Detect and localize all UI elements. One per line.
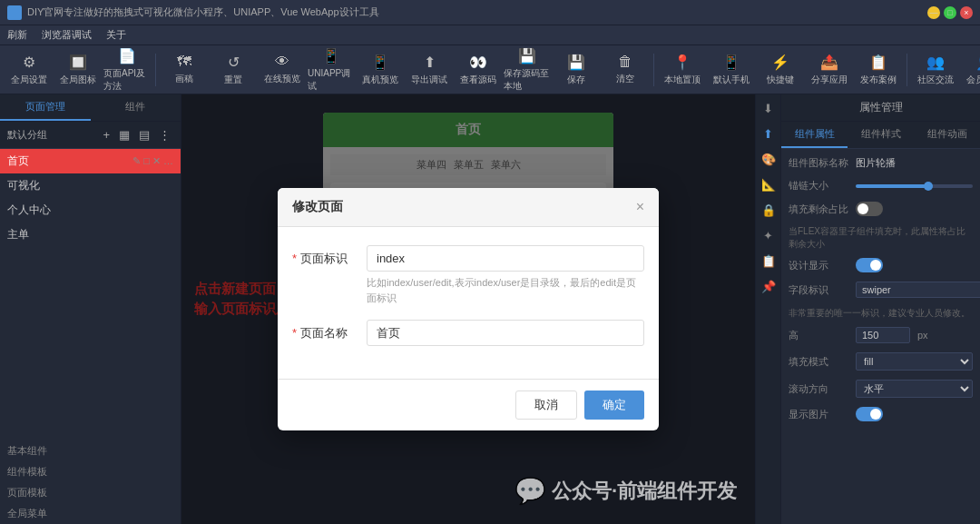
prop-design-display-label: 设计显示 (789, 259, 852, 272)
modal-content-name (367, 320, 644, 346)
page-item-bill[interactable]: 主单 ✎ □ ✕ … (0, 222, 181, 247)
toolbar-btn-export-debug[interactable]: ⬆ 导出调试 (406, 48, 453, 92)
right-icon-star[interactable]: ✦ (759, 225, 779, 245)
toolbar-btn-global-icons[interactable]: 🔲 全局图标 (54, 48, 102, 92)
toolbar-btn-clear[interactable]: 🗑 清空 (602, 48, 649, 92)
modal-hint-identifier: 比如index/user/edit,表示index/user是目录级，最后的ed… (367, 275, 644, 305)
tab-page-manage[interactable]: 页面管理 (0, 94, 91, 121)
eye-icon: 👁 (275, 54, 289, 70)
prop-scroll-dir: 滚动方向 水平 垂直 (789, 380, 973, 398)
prop-show-image-label: 显示图片 (789, 408, 852, 421)
modal-footer: 取消 确定 (278, 379, 659, 430)
subsection-basic[interactable]: 基本组件 (0, 440, 181, 461)
right-icon-pin[interactable]: 📌 (759, 276, 779, 296)
toolbar-btn-reset[interactable]: ↺ 重置 (210, 48, 257, 92)
toolbar-btn-uniapp-debug[interactable]: 📱 UNIAPP调试 (308, 48, 355, 92)
modify-page-modal: 修改页面 × 页面标识 比如index/user/edit,表示index/us… (278, 188, 659, 430)
modal-confirm-button[interactable]: 确定 (584, 391, 644, 420)
field-id-input[interactable] (856, 282, 980, 298)
page-item-personal[interactable]: 个人中心 ✎ □ ✕ … (0, 198, 181, 222)
toolbar-btn-real-preview[interactable]: 📱 真机预览 (357, 48, 404, 92)
height-input[interactable] (856, 327, 910, 343)
right-icon-ruler[interactable]: 📐 (759, 174, 779, 194)
right-icon-palette[interactable]: 🎨 (759, 149, 779, 169)
upload-icon: ⬆ (424, 54, 436, 71)
modal-input-identifier[interactable] (367, 245, 644, 272)
map-icon: 🗺 (177, 54, 191, 70)
prop-fill-mode-label: 填充模式 (789, 355, 852, 369)
subsection-page-template[interactable]: 页面模板 (0, 482, 181, 503)
toolbar-btn-community[interactable]: 👥 社区交流 (912, 48, 959, 92)
minimize-button[interactable]: — (927, 6, 940, 19)
subsection-global-menu-label: 全局菜单 (7, 507, 47, 520)
toolbar-sep-3 (906, 54, 907, 86)
right-icon-lock[interactable]: 🔒 (759, 200, 779, 220)
design-display-toggle[interactable] (856, 258, 883, 272)
expand-button[interactable]: ▤ (136, 127, 152, 143)
subsection-template-label: 组件模板 (7, 465, 47, 479)
page-item-visual[interactable]: 可视化 ✎ □ ✕ … (0, 173, 181, 198)
modal-close-button[interactable]: × (636, 199, 644, 215)
toolbar-btn-preview[interactable]: 👁 在线预览 (259, 48, 306, 92)
maximize-button[interactable]: □ (944, 6, 956, 19)
subsection-global-menu[interactable]: 全局菜单 (0, 503, 181, 524)
menu-browser-debug[interactable]: 浏览器调试 (42, 28, 92, 42)
right-panel: 属性管理 组件属性 组件样式 组件动画 组件图标名称 图片轮播 锚链大小 填充剩… (780, 94, 980, 524)
toolbar-btn-share[interactable]: 📤 分享应用 (806, 48, 853, 92)
show-image-toggle[interactable] (856, 407, 883, 421)
prop-height: 高 px (789, 327, 973, 343)
right-panel-content: 组件图标名称 图片轮播 锚链大小 填充剩余占比 当FLEX容器里子组件填充时，此… (781, 149, 980, 524)
more-button[interactable]: ⋮ (156, 127, 173, 143)
tab-component-props[interactable]: 组件属性 (781, 122, 848, 148)
add-group-button[interactable]: ▦ (116, 127, 132, 143)
modal-title: 修改页面 (292, 199, 343, 215)
subsection-template[interactable]: 组件模板 (0, 461, 181, 482)
tab-component-style[interactable]: 组件样式 (848, 122, 914, 148)
toolbar-btn-save[interactable]: 💾 保存 (553, 48, 600, 92)
right-icon-copy[interactable]: 📋 (759, 251, 779, 271)
save-icon: 💾 (567, 54, 585, 71)
toolbar-btn-shortcuts[interactable]: ⚡ 快捷键 (757, 48, 804, 92)
right-side-icons: ⬇ ⬆ 🎨 📐 🔒 ✦ 📋 📌 (755, 94, 780, 524)
tab-component-anim[interactable]: 组件动画 (914, 122, 980, 148)
anchor-size-slider[interactable] (856, 184, 973, 188)
right-icon-up[interactable]: ⬆ (759, 124, 779, 143)
prop-height-label: 高 (789, 329, 852, 342)
menu-refresh[interactable]: 刷新 (7, 28, 27, 42)
toolbar-btn-global-settings[interactable]: ⚙ 全局设置 (5, 48, 53, 92)
toolbar-btn-pin-top[interactable]: 📍 本地置顶 (659, 48, 706, 92)
menu-bar: 刷新 浏览器调试 关于 (0, 25, 980, 45)
toolbar-btn-view-source[interactable]: 👀 查看源码 (455, 48, 502, 92)
prop-anchor-size-label: 锚链大小 (789, 179, 852, 193)
toolbar-btn-member[interactable]: 👤 会员中心 (961, 48, 980, 92)
tab-component[interactable]: 组件 (91, 94, 181, 121)
mobile-icon: 📱 (322, 47, 340, 64)
right-icon-down[interactable]: ⬇ (759, 98, 779, 118)
section-title: 默认分组 (7, 128, 47, 142)
modal-input-name[interactable] (367, 320, 644, 346)
page-name-personal: 个人中心 (7, 203, 132, 218)
add-page-button[interactable]: + (100, 127, 113, 143)
modal-cancel-button[interactable]: 取消 (515, 391, 577, 420)
modal-field-identifier: 页面标识 比如index/user/edit,表示index/user是目录级，… (292, 245, 644, 305)
toolbar-btn-default-phone[interactable]: 📱 默认手机 (708, 48, 755, 92)
page-item-home[interactable]: 首页 ✎ □ ✕ … (0, 149, 181, 173)
prop-icon-name-value: 图片轮播 (856, 156, 973, 170)
toolbar-btn-draft[interactable]: 🗺 画稿 (161, 48, 208, 92)
modal-overlay: 修改页面 × 页面标识 比如index/user/edit,表示index/us… (181, 94, 755, 524)
toolbar-btn-page-api[interactable]: 📄 页面API及方法 (103, 48, 151, 92)
device-icon: 📱 (371, 54, 389, 71)
close-button[interactable]: × (960, 6, 973, 19)
fill-mode-select[interactable]: fill contain cover (856, 352, 973, 371)
fill-ratio-toggle[interactable] (856, 202, 883, 216)
prop-icon-name-label: 组件图标名称 (789, 156, 852, 170)
right-panel-header: 属性管理 (781, 94, 980, 122)
toolbar-btn-save-local[interactable]: 💾 保存源码至本地 (504, 48, 551, 92)
toolbar-btn-publish-case[interactable]: 📋 发布案例 (855, 48, 902, 92)
toolbar-sep-1 (155, 54, 156, 86)
slider-thumb (924, 182, 933, 191)
wechat-icon: 💬 (514, 476, 546, 506)
prop-fill-ratio: 填充剩余占比 (789, 202, 973, 216)
scroll-dir-select[interactable]: 水平 垂直 (856, 380, 973, 398)
menu-about[interactable]: 关于 (106, 28, 126, 42)
